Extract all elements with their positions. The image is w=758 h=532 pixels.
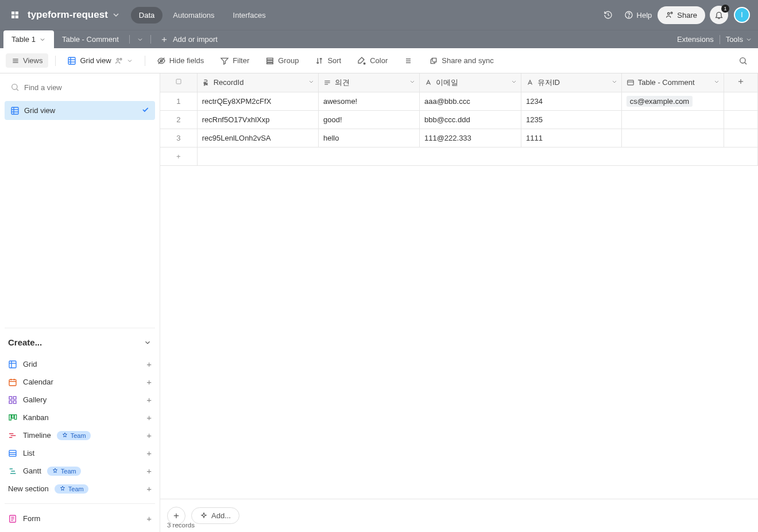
main-nav: Data Automations Interfaces [131,7,274,24]
nav-interfaces[interactable]: Interfaces [225,7,274,24]
plus-icon: + [146,413,152,422]
user-avatar[interactable]: I [734,7,750,23]
sort-button[interactable]: Sort [310,53,346,68]
cell-opinion[interactable]: hello [318,129,419,147]
hide-fields-button[interactable]: Hide fields [152,53,209,68]
svg-rect-50 [9,450,16,456]
table-row[interactable]: 3rec95LenlLOnh2vSAhello111@222.3331111 [160,129,758,147]
base-name[interactable]: typeform-request [28,9,108,21]
kanban-icon [8,413,17,422]
chevron-down-icon[interactable] [111,10,121,20]
extensions-button[interactable]: Extensions [677,35,714,44]
row-number[interactable]: 2 [160,110,197,129]
plus-icon: + [146,448,152,458]
create-new-section[interactable]: New section Team + [5,480,155,498]
svg-rect-42 [9,401,12,403]
sidebar-view-grid[interactable]: Grid view [5,101,155,120]
cell-userid[interactable]: 1234 [521,92,621,110]
tools-button[interactable]: Tools [726,35,752,44]
nav-automations[interactable]: Automations [165,7,222,24]
add-extension-button[interactable]: Add... [191,507,239,524]
row-height-button[interactable] [399,53,417,68]
current-view-button[interactable]: Grid view [63,53,137,68]
search-icon [10,83,20,92]
cell-email[interactable]: 111@222.333 [419,129,521,147]
table-row[interactable]: 1rectrQEy8XPM2cFfXawesome!aaa@bbb.ccc123… [160,92,758,110]
cell-opinion[interactable]: good! [318,110,419,129]
create-gallery[interactable]: Gallery+ [5,391,155,409]
create-grid[interactable]: Grid+ [5,355,155,373]
cell-linked[interactable] [621,110,724,129]
find-view-search[interactable] [5,78,155,96]
create-timeline[interactable]: Timeline Team + [5,426,155,444]
color-icon [357,56,366,65]
cell-recordid[interactable]: rec95LenlLOnh2vSA [197,129,318,147]
notification-badge: 1 [721,5,729,13]
plus-icon: + [146,395,152,405]
svg-point-21 [364,63,366,64]
row-number[interactable]: 1 [160,92,197,110]
nav-data[interactable]: Data [131,7,163,24]
chevron-down-icon[interactable] [713,78,720,87]
table-row[interactable]: 2recRnf5O17VxhlXxpgood!bbb@ccc.ddd1235 [160,110,758,129]
chevron-down-icon[interactable] [409,78,416,87]
column-recordid[interactable]: ƒxRecordId [197,73,318,92]
plus-icon[interactable]: + [160,147,197,165]
create-kanban[interactable]: Kanban+ [5,409,155,426]
cell-userid[interactable]: 1111 [521,129,621,147]
table-tab-table1[interactable]: Table 1 [3,30,54,48]
table-tab-dropdown[interactable] [132,30,148,48]
notifications-button[interactable]: 1 [710,6,728,24]
filter-label: Filter [233,56,249,65]
add-or-import-button[interactable]: Add or import [153,30,225,48]
history-button[interactable] [598,7,618,23]
column-email[interactable]: 이메일 [419,73,521,92]
chevron-down-icon[interactable] [611,78,618,87]
table-tab-comment[interactable]: Table - Comment [54,30,127,48]
create-section-heading[interactable]: Create... [5,336,155,355]
column-userid[interactable]: 유저ID [521,73,621,92]
views-toggle-button[interactable]: Views [6,53,48,68]
find-view-input[interactable] [24,83,149,92]
cell-recordid[interactable]: recRnf5O17VxhlXxp [197,110,318,129]
sort-icon [315,56,324,65]
column-opinion[interactable]: 의견 [318,73,419,92]
svg-line-26 [745,62,747,64]
cell-email[interactable]: bbb@ccc.ddd [419,110,521,129]
svg-point-14 [120,58,122,60]
color-button[interactable]: Color [353,53,392,68]
timeline-icon [8,431,17,440]
create-gantt[interactable]: Gantt Team + [5,462,155,480]
group-button[interactable]: Group [261,53,303,68]
create-calendar[interactable]: Calendar+ [5,373,155,391]
table-tab-label: Table - Comment [62,35,119,44]
add-row[interactable]: + [160,147,758,165]
share-sync-button[interactable]: Share and sync [424,53,498,68]
share-button[interactable]: Share [658,6,705,24]
views-sidebar: Grid view Create... Grid+ Calendar+ [0,73,160,532]
svg-point-1 [628,17,629,17]
cell-opinion[interactable]: awesome! [318,92,419,110]
column-table-comment[interactable]: Table - Comment [621,73,724,92]
help-button[interactable]: Help [618,7,658,23]
select-all-header[interactable] [160,73,197,92]
add-column-button[interactable] [724,73,758,92]
chevron-down-icon[interactable] [511,78,517,87]
create-form[interactable]: Form+ [5,510,155,527]
svg-rect-19 [267,60,273,62]
search-button[interactable] [734,53,752,68]
cell-linked[interactable] [621,129,724,147]
create-list[interactable]: List+ [5,444,155,462]
column-label: RecordId [214,78,244,87]
checkbox-icon [175,78,182,85]
row-number[interactable]: 3 [160,129,197,147]
chevron-down-icon[interactable] [308,78,315,87]
cell-email[interactable]: aaa@bbb.ccc [419,92,521,110]
cell-userid[interactable]: 1235 [521,110,621,129]
svg-point-2 [668,13,670,15]
cell-linked[interactable]: cs@example.com [621,92,724,110]
view-toolbar: Views Grid view Hide fields Filter Group… [0,48,758,73]
filter-button[interactable]: Filter [215,53,254,68]
tools-label: Tools [726,35,743,44]
cell-recordid[interactable]: rectrQEy8XPM2cFfX [197,92,318,110]
